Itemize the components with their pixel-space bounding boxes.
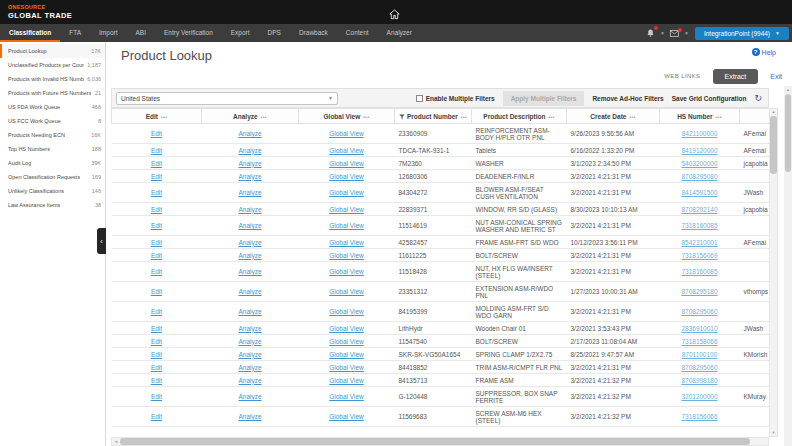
global-view-link[interactable]: Global View — [329, 189, 364, 196]
edit-link[interactable]: Edit — [151, 147, 162, 154]
notifications-caret-icon[interactable]: ▼ — [660, 31, 665, 36]
hs-number-link[interactable]: 8421100000 — [682, 130, 718, 137]
sidebar-item-top-hs-numbers[interactable]: Top HS Numbers188 — [0, 142, 105, 156]
analyze-link[interactable]: Analyze — [238, 160, 261, 167]
nav-tab-analyzer[interactable]: Analyzer — [378, 24, 421, 42]
edit-link[interactable]: Edit — [151, 393, 162, 400]
edit-link[interactable]: Edit — [151, 239, 162, 246]
hs-number-link[interactable]: 7318160085 — [681, 268, 717, 275]
sidebar-item-unclassified-products-per-country[interactable]: Unclassified Products per Country1,187 — [0, 58, 105, 72]
edit-link[interactable]: Edit — [151, 413, 162, 420]
global-view-link[interactable]: Global View — [329, 147, 364, 154]
edit-link[interactable]: Edit — [151, 252, 162, 259]
grid-vertical-scrollbar[interactable]: ▲ ▼ — [769, 108, 778, 437]
remove-adhoc-filters-button[interactable]: Remove Ad-Hoc Filters — [592, 95, 663, 102]
web-links-label[interactable]: WEB LINKS — [664, 73, 700, 79]
global-view-link[interactable]: Global View — [329, 325, 364, 332]
global-view-link[interactable]: Global View — [329, 308, 364, 315]
global-view-link[interactable]: Global View — [329, 252, 364, 259]
page-scroll-up-icon[interactable]: ▲ — [786, 86, 790, 93]
sidebar-item-products-needing-ecn[interactable]: Products Needing ECN16K — [0, 128, 105, 142]
hs-number-link[interactable]: 7318156066 — [681, 413, 717, 420]
messages-envelope-icon[interactable] — [668, 28, 681, 39]
global-view-link[interactable]: Global View — [329, 393, 364, 400]
nav-tab-content[interactable]: Content — [337, 24, 378, 42]
analyze-link[interactable]: Analyze — [238, 413, 261, 420]
global-view-link[interactable]: Global View — [329, 239, 364, 246]
analyze-link[interactable]: Analyze — [238, 206, 261, 213]
global-view-link[interactable]: Global View — [329, 288, 364, 295]
column-header-last[interactable]: Last — [740, 109, 770, 124]
hs-number-link[interactable]: 8708295060 — [681, 364, 717, 371]
edit-link[interactable]: Edit — [151, 268, 162, 275]
global-view-link[interactable]: Global View — [329, 173, 364, 180]
global-view-link[interactable]: Global View — [329, 222, 364, 229]
sidebar-item-audit-log[interactable]: Audit Log39K — [0, 156, 105, 170]
edit-link[interactable]: Edit — [151, 288, 162, 295]
save-grid-configuration-button[interactable]: Save Grid Configuration — [672, 95, 747, 102]
refresh-icon[interactable]: ↻ — [754, 94, 762, 103]
sidebar-item-products-with-future-hs-numbers[interactable]: Products with Future HS Numbers21 — [0, 86, 105, 100]
hs-number-link[interactable]: 8708295180 — [681, 288, 717, 295]
nav-tab-abi[interactable]: ABI — [126, 24, 154, 42]
sidebar-item-product-lookup[interactable]: Product Lookup17K — [0, 44, 105, 58]
analyze-link[interactable]: Analyze — [238, 252, 261, 259]
nav-tab-drawback[interactable]: Drawback — [290, 24, 337, 42]
enable-filters-checkbox[interactable] — [416, 95, 423, 102]
column-menu-dots-icon[interactable]: ••• — [629, 115, 635, 120]
analyze-link[interactable]: Analyze — [238, 377, 261, 384]
sidebar-item-us-fda-work-queue[interactable]: US FDA Work Queue466 — [0, 100, 105, 114]
edit-link[interactable]: Edit — [151, 160, 162, 167]
global-view-link[interactable]: Global View — [329, 338, 364, 345]
messages-caret-icon[interactable]: ▼ — [684, 31, 689, 36]
sidebar-item-unlikely-classifications[interactable]: Unlikely Classifications146 — [0, 184, 105, 198]
edit-link[interactable]: Edit — [151, 364, 162, 371]
analyze-link[interactable]: Analyze — [238, 338, 261, 345]
edit-link[interactable]: Edit — [151, 206, 162, 213]
edit-link[interactable]: Edit — [151, 189, 162, 196]
user-account-button[interactable]: IntegrationPoint (9944) ▼ — [695, 27, 789, 40]
nav-tab-import[interactable]: Import — [90, 24, 126, 42]
hs-number-link[interactable]: 7318160085 — [681, 222, 717, 229]
edit-link[interactable]: Edit — [151, 308, 162, 315]
column-header-product-number[interactable]: Product Number••• — [395, 109, 472, 124]
analyze-link[interactable]: Analyze — [238, 147, 261, 154]
global-view-link[interactable]: Global View — [329, 130, 364, 137]
column-header-edit[interactable]: Edit••• — [112, 109, 202, 124]
hs-number-link[interactable]: 8708998180 — [681, 377, 717, 384]
analyze-link[interactable]: Analyze — [238, 325, 261, 332]
column-header-global-view[interactable]: Global View••• — [299, 109, 395, 124]
extract-button[interactable]: Extract — [713, 69, 759, 84]
sidebar-item-us-fcc-work-queue[interactable]: US FCC Work Queue8 — [0, 114, 105, 128]
nav-tab-fta[interactable]: FTA — [60, 24, 90, 42]
analyze-link[interactable]: Analyze — [238, 351, 261, 358]
sidebar-collapse-handle[interactable]: ‹ — [97, 228, 106, 254]
hs-number-link[interactable]: 7318158066 — [681, 338, 717, 345]
hs-number-link[interactable]: 8701100100 — [682, 351, 718, 358]
nav-tab-classification[interactable]: Classification — [0, 24, 60, 42]
global-view-link[interactable]: Global View — [329, 351, 364, 358]
edit-link[interactable]: Edit — [151, 222, 162, 229]
analyze-link[interactable]: Analyze — [238, 130, 261, 137]
column-menu-dots-icon[interactable]: ••• — [261, 115, 267, 120]
notifications-bell-icon[interactable] — [644, 26, 657, 40]
sidebar-item-products-with-invalid-hs-numbers[interactable]: Products with Invalid HS Numbers6,036 — [0, 72, 105, 86]
grid-hscroll-thumb[interactable] — [120, 438, 750, 445]
column-menu-dots-icon[interactable]: ••• — [461, 115, 467, 120]
column-menu-dots-icon[interactable]: ••• — [548, 115, 554, 120]
analyze-link[interactable]: Analyze — [238, 239, 261, 246]
country-select[interactable]: United States ▼ — [116, 92, 338, 105]
global-view-link[interactable]: Global View — [329, 206, 364, 213]
column-menu-dots-icon[interactable]: ••• — [363, 115, 369, 120]
hs-number-link[interactable]: 8414591500 — [681, 189, 717, 196]
column-header-hs-number[interactable]: HS Number••• — [660, 109, 740, 124]
page-scrollbar[interactable]: ▲ ▼ — [784, 86, 792, 446]
hs-number-link[interactable]: 2836910010 — [681, 325, 717, 332]
help-link[interactable]: ? Help — [752, 48, 776, 56]
analyze-link[interactable]: Analyze — [238, 308, 261, 315]
scroll-down-icon[interactable]: ▼ — [772, 430, 776, 436]
analyze-link[interactable]: Analyze — [238, 268, 261, 275]
column-menu-dots-icon[interactable]: ••• — [161, 115, 167, 120]
hs-number-link[interactable]: 3201200000 — [681, 393, 717, 400]
sidebar-item-open-classification-requests[interactable]: Open Classification Requests169 — [0, 170, 105, 184]
